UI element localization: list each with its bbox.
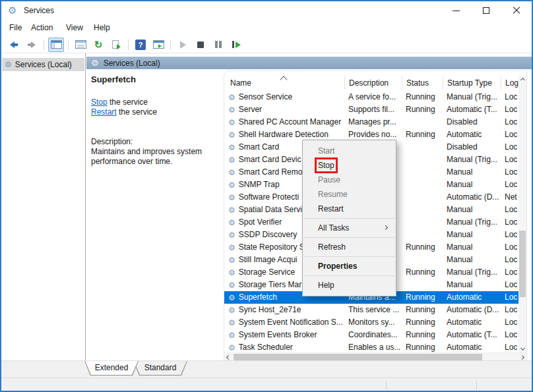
refresh-icon[interactable]: ↻ (90, 38, 106, 52)
service-status-cell (402, 254, 443, 266)
service-status-cell: Running (402, 128, 443, 141)
pane-header-title: Services (Local) (104, 59, 160, 68)
service-logon-cell: Loc (501, 179, 518, 191)
status-bar (1, 378, 532, 391)
service-name: Smart Card Devic (239, 154, 301, 166)
menu-item-label: Pause (318, 175, 340, 184)
service-gear-icon: ⚙ (228, 219, 235, 227)
main-area: ⚙ Services (Local) ⚙ Services (Local) Su… (1, 53, 532, 360)
horizontal-scroll-thumb[interactable] (234, 354, 482, 360)
service-gear-icon: ⚙ (228, 94, 235, 101)
maximize-button[interactable] (471, 1, 501, 20)
service-gear-icon: ⚙ (228, 294, 235, 302)
back-arrow-shape (10, 42, 15, 48)
column-header-label: Status (406, 78, 429, 88)
list-header: NameDescriptionStatusStartup TypeLog (224, 76, 518, 90)
stop-service-suffix: the service (108, 98, 148, 107)
properties-window-icon[interactable] (73, 38, 88, 52)
service-name: Storage Tiers Mar (239, 279, 301, 291)
menu-separator (304, 218, 394, 219)
menu-separator (304, 256, 394, 257)
column-header-name[interactable]: Name (224, 76, 345, 90)
service-logon-cell: Loc (501, 216, 518, 229)
service-row[interactable]: ⚙System Event Notification S...Monitors … (224, 316, 518, 329)
stop-red-annotation: Stop (318, 161, 334, 170)
forward-icon[interactable] (24, 38, 40, 52)
menu-item-help[interactable]: Help (303, 278, 396, 293)
column-header-log[interactable]: Log (501, 76, 518, 90)
menubar-item-action[interactable]: Action (31, 23, 53, 32)
service-row[interactable]: ⚙System Events BrokerCoordinates...Runni… (224, 329, 518, 341)
service-startup-cell: Automatic (443, 128, 501, 141)
tab-standard[interactable]: Standard (133, 361, 187, 376)
close-button[interactable] (501, 1, 532, 20)
service-name: Shared PC Account Manager (239, 116, 341, 128)
menu-item-properties[interactable]: Properties (303, 259, 396, 273)
service-gear-icon: ⚙ (228, 194, 235, 202)
column-header-status[interactable]: Status (402, 76, 443, 90)
tab-extended[interactable]: Extended (84, 361, 139, 376)
stop-service-icon[interactable] (193, 38, 208, 52)
menubar-item-view[interactable]: View (66, 23, 83, 32)
start-service-icon[interactable] (175, 38, 191, 52)
service-startup-cell: Automatic (T... (443, 103, 501, 116)
minimize-button[interactable] (441, 1, 471, 20)
scroll-up-button[interactable] (518, 76, 526, 84)
menubar-item-help[interactable]: Help (94, 23, 110, 32)
service-gear-icon: ⚙ (228, 106, 235, 114)
toolbar-separator (128, 40, 129, 50)
service-gear-icon: ⚙ (228, 169, 235, 177)
service-row[interactable]: ⚙Shared PC Account ManagerManages pr...D… (224, 116, 518, 128)
service-row[interactable]: ⚙ServerSupports fil...RunningAutomatic (… (224, 103, 518, 116)
service-logon-cell: Loc (501, 291, 518, 304)
service-startup-cell: Manual (Trig... (443, 154, 501, 166)
service-name: Storage Service (239, 266, 295, 279)
services-gear-icon: ⚙ (91, 59, 99, 67)
restart-service-link[interactable]: Restart (91, 107, 117, 117)
menu-item-label: All Tasks (318, 223, 349, 233)
vertical-scroll-thumb[interactable] (519, 231, 526, 297)
service-startup-cell: Manual (Trig... (443, 91, 501, 103)
tab-label: Standard (144, 363, 177, 372)
help-icon[interactable]: ? (133, 38, 148, 52)
service-logon-cell: Loc (501, 166, 518, 179)
show-console-tree-icon[interactable] (48, 38, 64, 52)
service-name: System Event Notification S... (239, 316, 343, 329)
back-icon[interactable] (6, 38, 22, 52)
service-startup-cell: Disabled (443, 141, 501, 154)
pause-service-icon[interactable] (210, 38, 226, 52)
service-logon-cell: Loc (501, 91, 518, 103)
tree-item-label: Services (Local) (15, 60, 72, 69)
toolbar: ↻? (1, 36, 532, 53)
menu-item-stop[interactable]: Stop (303, 158, 396, 173)
show-action-pane-icon[interactable] (150, 38, 166, 52)
window-shape (75, 40, 86, 49)
service-status-cell (402, 166, 443, 179)
menu-item-restart[interactable]: Restart (303, 202, 396, 216)
menu-item-label: Restart (318, 204, 344, 213)
column-header-startup-type[interactable]: Startup Type (443, 76, 501, 90)
stop-service-link[interactable]: Stop (91, 98, 108, 107)
service-gear-icon: ⚙ (228, 119, 235, 126)
column-header-description[interactable]: Description (345, 76, 402, 90)
menu-bar: FileActionViewHelp (1, 20, 532, 36)
service-status-cell (402, 154, 443, 166)
menu-item-all-tasks[interactable]: All Tasks (303, 221, 396, 235)
window-title: Services (24, 6, 54, 15)
service-name: Sync Host_2e71e (239, 304, 301, 316)
refresh-glyph: ↻ (94, 40, 103, 49)
toolbar-separator (68, 40, 69, 50)
export-list-icon[interactable] (108, 38, 124, 52)
service-name-cell: ⚙Server (224, 103, 345, 116)
vertical-scrollbar[interactable] (518, 76, 526, 352)
menubar-item-file[interactable]: File (9, 23, 22, 32)
scroll-down-button[interactable] (518, 344, 526, 352)
service-row[interactable]: ⚙Sensor ServiceA service fo...RunningMan… (224, 91, 518, 103)
tree-item-services-local[interactable]: ⚙ Services (Local) (2, 58, 84, 71)
services-window: ⚙ Services FileActionViewHelp ↻? ⚙ Servi… (0, 0, 533, 392)
restart-service-icon[interactable] (228, 38, 244, 52)
service-row[interactable]: ⚙Sync Host_2e71eThis service ...RunningA… (224, 304, 518, 316)
menu-item-refresh[interactable]: Refresh (303, 240, 396, 254)
service-logon-cell: Loc (501, 141, 518, 154)
pane-header: ⚙ Services (Local) (86, 57, 532, 69)
